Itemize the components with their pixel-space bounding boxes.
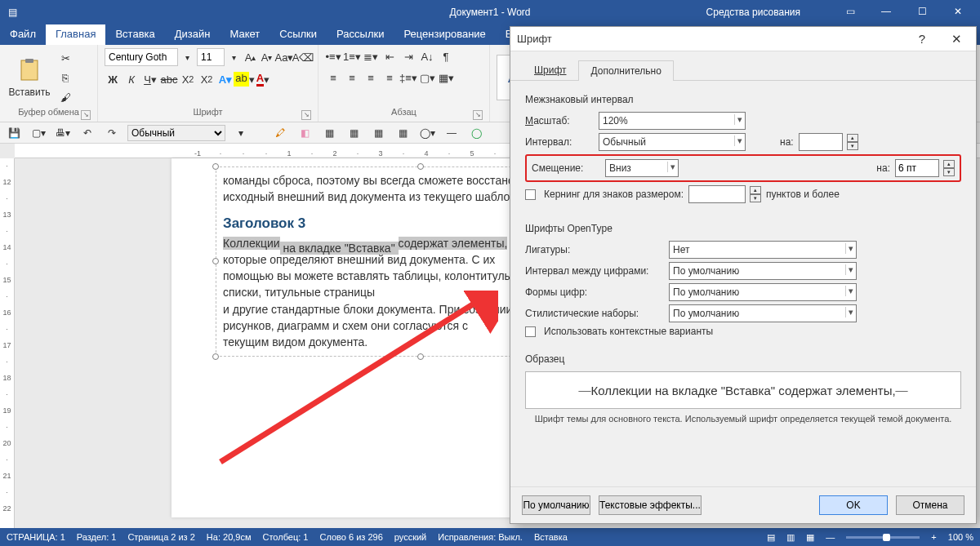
status-track[interactable]: Исправления: Выкл. bbox=[438, 532, 523, 542]
qat-shape[interactable]: ◯▾ bbox=[418, 125, 436, 141]
spacing-combo[interactable]: Обычный bbox=[599, 133, 746, 151]
position-combo[interactable]: Вниз bbox=[605, 159, 679, 177]
status-section[interactable]: Раздел: 1 bbox=[77, 532, 117, 542]
bold-button[interactable]: Ж bbox=[105, 71, 121, 87]
align-right-button[interactable]: ≡ bbox=[363, 69, 379, 86]
underline-button[interactable]: Ч▾ bbox=[142, 71, 158, 87]
line-spacing-button[interactable]: ‡≡▾ bbox=[400, 69, 416, 86]
highlight-button[interactable]: ab▾ bbox=[236, 71, 252, 87]
font-launcher[interactable]: ↘ bbox=[301, 110, 311, 120]
context-checkbox[interactable] bbox=[525, 326, 536, 337]
font-color-button[interactable]: A▾ bbox=[255, 71, 271, 87]
font-name-input[interactable] bbox=[105, 48, 178, 66]
qat-highlight[interactable]: 🖍 bbox=[271, 125, 289, 141]
sort-button[interactable]: A↓ bbox=[419, 48, 435, 64]
minimize-button[interactable]: — bbox=[869, 0, 903, 23]
status-lang[interactable]: русский bbox=[394, 532, 426, 542]
ok-button[interactable]: OK bbox=[819, 495, 888, 515]
tab-review[interactable]: Рецензирование bbox=[394, 24, 495, 45]
maximize-button[interactable]: ☐ bbox=[905, 0, 939, 23]
position-by-input[interactable] bbox=[895, 159, 939, 177]
qat-eraser[interactable]: ◧ bbox=[296, 125, 314, 141]
change-case-button[interactable]: Aa▾ bbox=[276, 49, 292, 65]
save-button[interactable]: 💾 bbox=[5, 125, 23, 141]
clear-formatting-button[interactable]: A⌫ bbox=[295, 49, 311, 65]
status-insert[interactable]: Вставка bbox=[534, 532, 568, 542]
view-read[interactable]: ▤ bbox=[767, 532, 775, 543]
numspacing-combo[interactable]: По умолчанию bbox=[669, 262, 857, 280]
strikethrough-button[interactable]: abc bbox=[161, 71, 177, 87]
qat-table3[interactable]: ▦ bbox=[369, 125, 387, 141]
resize-handle[interactable] bbox=[212, 353, 219, 360]
copy-button[interactable]: ⎘ bbox=[57, 69, 74, 86]
resize-handle[interactable] bbox=[417, 163, 424, 170]
paragraph-launcher[interactable]: ↘ bbox=[473, 110, 483, 120]
ruler-vertical[interactable]: ·12·13·14·15·16·17·18·19·20·21·22 bbox=[0, 158, 15, 528]
bullets-button[interactable]: •≡▾ bbox=[325, 48, 341, 64]
borders-button[interactable]: ▦▾ bbox=[438, 69, 454, 86]
kerning-size-input[interactable] bbox=[688, 185, 746, 203]
tab-file[interactable]: Файл bbox=[0, 24, 46, 45]
font-size-input[interactable] bbox=[197, 48, 225, 66]
new-button[interactable]: ▢▾ bbox=[29, 125, 47, 141]
spacing-by-spinner[interactable]: ▴▾ bbox=[847, 134, 858, 150]
cut-button[interactable]: ✂ bbox=[57, 50, 74, 66]
scale-combo[interactable]: 120% bbox=[599, 112, 746, 130]
status-page[interactable]: СТРАНИЦА: 1 bbox=[7, 532, 65, 542]
paste-button[interactable]: Вставить bbox=[7, 57, 52, 98]
kerning-checkbox[interactable] bbox=[525, 189, 536, 200]
resize-handle[interactable] bbox=[417, 353, 424, 360]
spacing-by-input[interactable] bbox=[799, 133, 843, 151]
dialog-tab-font[interactable]: Шрифт bbox=[522, 60, 578, 80]
position-by-spinner[interactable]: ▴▾ bbox=[943, 160, 955, 176]
style-selector[interactable]: Обычный bbox=[127, 125, 225, 141]
align-left-button[interactable]: ≡ bbox=[325, 69, 341, 86]
status-at[interactable]: На: 20,9см bbox=[207, 532, 252, 542]
decrease-indent-button[interactable]: ⇤ bbox=[381, 48, 398, 64]
kerning-spinner[interactable]: ▴▾ bbox=[750, 186, 761, 202]
italic-button[interactable]: К bbox=[123, 71, 140, 87]
status-pagecount[interactable]: Страница 2 из 2 bbox=[127, 532, 194, 542]
zoom-value[interactable]: 100 % bbox=[948, 532, 973, 542]
increase-indent-button[interactable]: ⇥ bbox=[400, 48, 416, 64]
zoom-slider[interactable] bbox=[846, 536, 920, 539]
redo-button[interactable]: ↷ bbox=[103, 125, 121, 141]
justify-button[interactable]: ≡ bbox=[381, 69, 398, 86]
view-web[interactable]: ▦ bbox=[806, 532, 814, 543]
close-button[interactable]: ✕ bbox=[941, 0, 975, 23]
zoom-in[interactable]: + bbox=[931, 532, 936, 542]
qat-circle[interactable]: ◯ bbox=[467, 125, 485, 141]
clipboard-launcher[interactable]: ↘ bbox=[81, 110, 91, 120]
qat-line[interactable]: — bbox=[443, 125, 461, 141]
grow-font-button[interactable]: A▴ bbox=[243, 49, 257, 65]
ligatures-combo[interactable]: Нет bbox=[669, 241, 857, 259]
numforms-combo[interactable]: По умолчанию bbox=[669, 283, 857, 301]
text-effects-button[interactable]: A▾ bbox=[217, 71, 234, 87]
set-default-button[interactable]: По умолчанию bbox=[522, 495, 590, 515]
qat-btn-1[interactable]: ▾ bbox=[232, 125, 250, 141]
qat-table2[interactable]: ▦ bbox=[345, 125, 363, 141]
dialog-titlebar[interactable]: Шрифт ? ✕ bbox=[510, 27, 976, 51]
stylsets-combo[interactable]: По умолчанию bbox=[669, 304, 857, 322]
tab-layout[interactable]: Макет bbox=[220, 24, 270, 45]
status-column[interactable]: Столбец: 1 bbox=[263, 532, 309, 542]
font-name-dropdown[interactable]: ▾ bbox=[180, 49, 194, 65]
align-center-button[interactable]: ≡ bbox=[344, 69, 360, 86]
resize-handle[interactable] bbox=[212, 258, 219, 264]
tab-insert[interactable]: Вставка bbox=[105, 24, 164, 45]
print-button[interactable]: 🖶▾ bbox=[54, 125, 72, 141]
view-print[interactable]: ▥ bbox=[786, 532, 795, 543]
font-size-dropdown[interactable]: ▾ bbox=[227, 49, 241, 65]
undo-button[interactable]: ↶ bbox=[78, 125, 96, 141]
multilevel-button[interactable]: ≣▾ bbox=[363, 48, 379, 64]
qat-table4[interactable]: ▦ bbox=[394, 125, 412, 141]
status-words[interactable]: Слово 6 из 296 bbox=[319, 532, 382, 542]
cancel-button[interactable]: Отмена bbox=[896, 495, 964, 515]
ribbon-options-icon[interactable]: ▭ bbox=[833, 0, 867, 23]
tab-design[interactable]: Дизайн bbox=[165, 24, 220, 45]
dialog-close-button[interactable]: ✕ bbox=[943, 29, 969, 49]
text-effects-button[interactable]: Текстовые эффекты... bbox=[599, 495, 702, 515]
numbering-button[interactable]: 1≡▾ bbox=[344, 48, 360, 64]
subscript-button[interactable]: X2 bbox=[180, 71, 196, 87]
shrink-font-button[interactable]: A▾ bbox=[260, 49, 274, 65]
